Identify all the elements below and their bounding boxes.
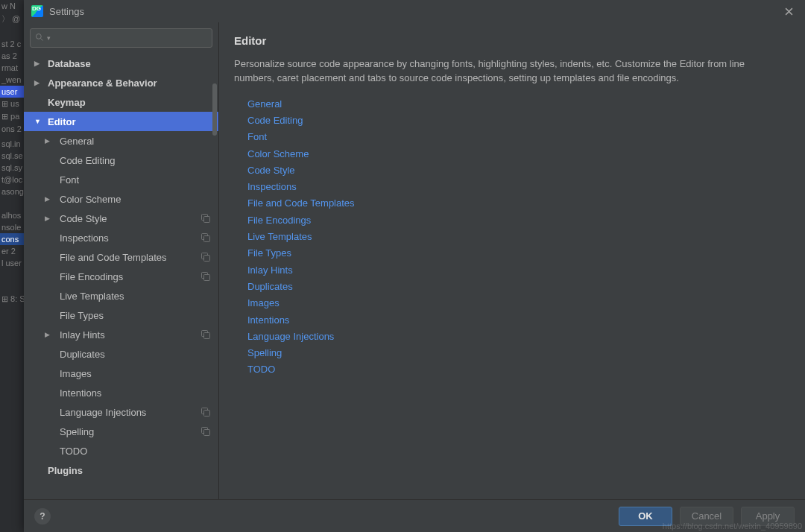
dialog-titlebar: Settings: [24, 0, 805, 22]
scheme-badge-icon: [201, 232, 211, 243]
settings-link-images[interactable]: Images: [247, 295, 790, 311]
help-button[interactable]: ?: [34, 508, 51, 525]
tree-item-spelling[interactable]: Spelling: [24, 422, 218, 441]
settings-link-duplicates[interactable]: Duplicates: [247, 279, 790, 295]
tree-item-plugins[interactable]: Plugins: [24, 460, 218, 480]
cancel-button[interactable]: Cancel: [680, 507, 733, 526]
settings-link-live-templates[interactable]: Live Templates: [247, 229, 790, 245]
settings-link-font[interactable]: Font: [247, 129, 790, 145]
tree-item-inlay-hints[interactable]: ▶Inlay Hints: [24, 325, 218, 344]
tree-item-code-editing[interactable]: Code Editing: [24, 151, 218, 170]
chevron-right-icon: ▶: [45, 331, 54, 338]
page-title: Editor: [234, 34, 790, 47]
settings-sidebar: ▾ ▶Database▶Appearance & BehaviorKeymap▼…: [24, 22, 219, 499]
chevron-right-icon: ▶: [34, 79, 43, 86]
tree-item-font[interactable]: Font: [24, 170, 218, 189]
tree-item-color-scheme[interactable]: ▶Color Scheme: [24, 189, 218, 209]
tree-item-file-and-code-templates[interactable]: File and Code Templates: [24, 247, 218, 267]
settings-link-spelling[interactable]: Spelling: [247, 345, 790, 361]
tree-item-inspections[interactable]: Inspections: [24, 228, 218, 247]
tree-item-label: Inspections: [60, 232, 201, 244]
tree-item-label: Editor: [48, 116, 211, 127]
tree-item-label: File and Code Templates: [60, 252, 201, 263]
scheme-badge-icon: [201, 252, 211, 262]
settings-search[interactable]: ▾: [30, 28, 212, 48]
tree-item-editor[interactable]: ▼Editor: [24, 112, 218, 131]
tree-item-label: Images: [60, 368, 211, 379]
tree-item-live-templates[interactable]: Live Templates: [24, 286, 218, 305]
tree-item-label: Code Style: [60, 213, 201, 224]
settings-link-language-injections[interactable]: Language Injections: [247, 329, 790, 345]
tree-item-label: Language Injections: [60, 407, 201, 418]
background-ide-strip: w N〉 @st 2 cas 2rmat_wenuser⊞ us⊞ paons …: [0, 0, 24, 532]
settings-link-file-types[interactable]: File Types: [247, 245, 790, 262]
svg-rect-10: [204, 333, 210, 339]
settings-link-inspections[interactable]: Inspections: [247, 179, 790, 195]
apply-button[interactable]: Apply: [741, 507, 795, 526]
settings-link-inlay-hints[interactable]: Inlay Hints: [247, 262, 790, 279]
settings-link-code-style[interactable]: Code Style: [247, 162, 790, 179]
settings-link-intentions[interactable]: Intentions: [247, 312, 790, 329]
dialog-footer: ? OK Cancel Apply: [24, 499, 805, 532]
chevron-right-icon: ▶: [34, 60, 43, 67]
tree-item-label: Inlay Hints: [60, 329, 201, 341]
settings-link-file-and-code-templates[interactable]: File and Code Templates: [247, 195, 790, 212]
tree-item-label: Live Templates: [60, 291, 211, 302]
tree-item-file-types[interactable]: File Types: [24, 305, 218, 325]
settings-link-code-editing[interactable]: Code Editing: [247, 113, 790, 129]
tree-item-label: Color Scheme: [60, 194, 211, 205]
tree-item-general[interactable]: ▶General: [24, 131, 218, 151]
tree-item-todo[interactable]: TODO: [24, 441, 218, 460]
dialog-title: Settings: [49, 6, 780, 17]
tree-item-intentions[interactable]: Intentions: [24, 383, 218, 402]
tree-item-keymap[interactable]: Keymap: [24, 92, 218, 112]
tree-item-duplicates[interactable]: Duplicates: [24, 344, 218, 364]
settings-link-color-scheme[interactable]: Color Scheme: [247, 146, 790, 162]
chevron-right-icon: ▶: [45, 195, 54, 203]
settings-link-list: GeneralCode EditingFontColor SchemeCode …: [234, 96, 790, 379]
tree-item-code-style[interactable]: ▶Code Style: [24, 209, 218, 228]
svg-rect-2: [204, 217, 210, 223]
scheme-badge-icon: [201, 271, 211, 282]
svg-rect-8: [204, 275, 210, 281]
tree-item-label: Database: [48, 58, 211, 69]
tree-item-label: Spelling: [60, 426, 201, 437]
ok-button[interactable]: OK: [619, 507, 672, 526]
scheme-badge-icon: [201, 213, 211, 224]
close-icon[interactable]: [780, 2, 798, 20]
settings-tree[interactable]: ▶Database▶Appearance & BehaviorKeymap▼Ed…: [24, 54, 218, 499]
svg-rect-6: [204, 256, 210, 262]
tree-item-label: Plugins: [48, 465, 211, 476]
tree-item-label: Font: [60, 174, 211, 186]
chevron-down-icon: ▼: [34, 118, 43, 125]
tree-scrollbar-thumb[interactable]: [212, 83, 217, 136]
tree-item-database[interactable]: ▶Database: [24, 54, 218, 73]
svg-rect-12: [204, 411, 210, 417]
settings-link-todo[interactable]: TODO: [247, 361, 790, 378]
chevron-right-icon: ▶: [45, 137, 54, 145]
page-description: Personalize source code appearance by ch…: [234, 57, 786, 86]
tree-item-images[interactable]: Images: [24, 364, 218, 383]
tree-item-label: TODO: [60, 446, 211, 457]
settings-link-file-encodings[interactable]: File Encodings: [247, 212, 790, 229]
tree-item-label: Duplicates: [60, 349, 211, 360]
tree-item-file-encodings[interactable]: File Encodings: [24, 267, 218, 286]
settings-link-general[interactable]: General: [247, 96, 790, 113]
scheme-badge-icon: [201, 329, 211, 340]
tree-item-label: File Types: [60, 310, 211, 321]
settings-dialog: Settings ▾ ▶Database▶Appearance & Behavi…: [24, 0, 805, 532]
settings-content: Editor Personalize source code appearanc…: [219, 22, 805, 499]
svg-rect-4: [204, 236, 210, 242]
tree-item-label: General: [60, 136, 211, 147]
search-input[interactable]: [51, 33, 207, 43]
tree-item-label: File Encodings: [60, 271, 201, 282]
tree-item-appearance-behavior[interactable]: ▶Appearance & Behavior: [24, 73, 218, 92]
tree-item-language-injections[interactable]: Language Injections: [24, 402, 218, 422]
svg-rect-14: [204, 430, 210, 436]
scheme-badge-icon: [201, 426, 211, 437]
svg-point-0: [37, 34, 42, 39]
tree-item-label: Keymap: [48, 97, 211, 108]
scheme-badge-icon: [201, 407, 211, 417]
chevron-right-icon: ▶: [45, 215, 54, 222]
tree-item-label: Appearance & Behavior: [48, 77, 211, 89]
